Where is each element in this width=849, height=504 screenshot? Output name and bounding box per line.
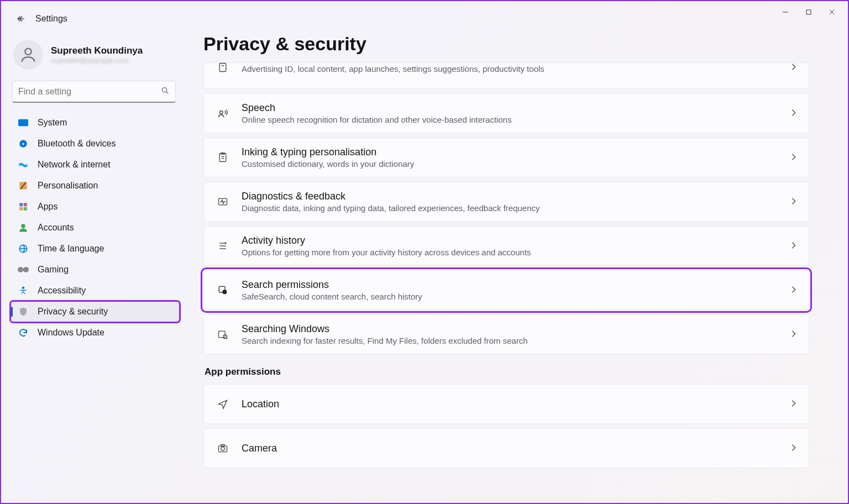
nav-icon	[18, 327, 29, 338]
card-icon	[216, 397, 229, 411]
nav-item-windows-update[interactable]: Windows Update	[11, 323, 179, 343]
svg-text:᛭: ᛭	[22, 141, 25, 147]
svg-rect-25	[219, 64, 226, 72]
card-icon	[216, 61, 229, 74]
nav-icon	[18, 222, 29, 233]
close-button[interactable]	[820, 4, 843, 20]
maximize-button[interactable]	[797, 4, 820, 20]
card-search-permissions[interactable]: Search permissionsSafeSearch, cloud cont…	[203, 270, 809, 310]
card-title: Camera	[242, 443, 791, 454]
nav-item-system[interactable]: System	[11, 113, 179, 133]
nav-item-network-internet[interactable]: Network & internet	[11, 155, 179, 175]
card-activity-history[interactable]: Activity historyOptions for getting more…	[203, 226, 809, 266]
card-subtitle: Diagnostic data, inking and typing data,…	[242, 203, 791, 213]
svg-rect-17	[24, 207, 27, 211]
profile-email: supreeth@example.com	[51, 56, 143, 65]
search-input[interactable]	[18, 87, 161, 97]
svg-rect-14	[19, 203, 23, 206]
app-title: Settings	[35, 14, 67, 24]
nav-icon	[18, 201, 29, 212]
card-subtitle: Search indexing for faster results, Find…	[242, 336, 791, 345]
chevron-right-icon	[791, 444, 796, 453]
nav-icon	[18, 306, 29, 317]
header: Settings	[1, 12, 848, 25]
nav-label: Bluetooth & devices	[38, 139, 116, 149]
svg-point-23	[22, 287, 25, 290]
card-subtitle: Customised dictionary, words in your dic…	[242, 159, 791, 169]
nav-label: Network & internet	[38, 160, 111, 170]
card-icon	[216, 107, 229, 120]
card-inking-typing-personalisation[interactable]: Inking & typing personalisationCustomise…	[203, 138, 809, 177]
card-icon	[216, 195, 229, 208]
card-title: Activity history	[242, 235, 791, 246]
search-box[interactable]	[12, 81, 176, 103]
nav-item-bluetooth-devices[interactable]: ᛭Bluetooth & devices	[11, 134, 179, 154]
nav-item-apps[interactable]: Apps	[11, 197, 179, 217]
nav-icon	[18, 264, 29, 275]
card-subtitle: Advertising ID, local content, app launc…	[242, 64, 791, 74]
section-app-permissions: App permissions	[205, 366, 809, 377]
chevron-right-icon	[791, 63, 796, 72]
avatar	[13, 40, 43, 70]
main: Privacy & security GeneralAdvertising ID…	[184, 31, 842, 503]
card-camera[interactable]: Camera	[203, 428, 809, 468]
chevron-right-icon	[791, 400, 796, 409]
nav-item-gaming[interactable]: Gaming	[11, 260, 179, 280]
chevron-right-icon	[791, 330, 796, 339]
chevron-right-icon	[791, 197, 796, 207]
nav-item-accessibility[interactable]: Accessibility	[11, 281, 179, 301]
svg-point-27	[220, 111, 223, 114]
chevron-right-icon	[791, 286, 796, 295]
card-title: Inking & typing personalisation	[242, 146, 791, 158]
chevron-right-icon	[791, 242, 796, 251]
card-searching-windows[interactable]: Searching WindowsSearch indexing for fas…	[203, 314, 809, 354]
page-title: Privacy & security	[203, 33, 809, 55]
card-icon	[216, 328, 229, 341]
minimize-button[interactable]	[774, 4, 797, 20]
card-icon	[216, 284, 229, 297]
nav-label: System	[38, 118, 67, 128]
svg-line-40	[227, 338, 228, 339]
nav-label: Gaming	[38, 265, 69, 275]
profile[interactable]: Supreeth Koundinya supreeth@example.com	[11, 34, 179, 77]
card-icon	[216, 442, 229, 455]
card-title: Diagnostics & feedback	[242, 191, 791, 202]
nav-label: Accounts	[38, 223, 74, 233]
svg-point-7	[163, 88, 167, 92]
svg-rect-38	[219, 331, 226, 338]
nav-item-time-language[interactable]: Time & language	[11, 239, 179, 259]
card-title: Searching Windows	[242, 323, 791, 335]
chevron-right-icon	[791, 109, 796, 118]
nav-item-personalisation[interactable]: Personalisation	[11, 176, 179, 196]
svg-rect-1	[806, 10, 811, 14]
svg-point-37	[223, 290, 227, 294]
card-subtitle: Online speech recognition for dictation …	[242, 115, 791, 124]
nav-icon	[18, 159, 29, 170]
card-subtitle: SafeSearch, cloud content search, search…	[242, 292, 791, 301]
nav-item-privacy-security[interactable]: Privacy & security	[11, 302, 179, 322]
card-speech[interactable]: SpeechOnline speech recognition for dict…	[203, 93, 809, 133]
svg-point-18	[21, 224, 25, 228]
nav-icon	[18, 117, 29, 128]
card-title: Speech	[242, 102, 791, 114]
nav-icon	[18, 285, 29, 296]
search-icon	[161, 86, 170, 97]
svg-point-6	[25, 49, 31, 55]
nav-label: Accessibility	[38, 286, 86, 296]
chevron-right-icon	[791, 153, 796, 162]
profile-name: Supreeth Koundinya	[51, 45, 143, 56]
back-button[interactable]	[14, 12, 28, 25]
svg-rect-15	[24, 203, 27, 206]
svg-point-42	[221, 447, 225, 451]
card-subtitle: Options for getting more from your activ…	[242, 248, 791, 257]
nav-label: Apps	[38, 202, 57, 212]
svg-line-8	[166, 92, 168, 93]
svg-rect-9	[18, 119, 28, 127]
card-general[interactable]: GeneralAdvertising ID, local content, ap…	[203, 62, 809, 89]
svg-rect-43	[221, 444, 225, 446]
nav-label: Personalisation	[38, 181, 98, 191]
card-title: Location	[242, 398, 791, 410]
card-location[interactable]: Location	[203, 384, 809, 424]
nav-item-accounts[interactable]: Accounts	[11, 218, 179, 238]
card-diagnostics-feedback[interactable]: Diagnostics & feedbackDiagnostic data, i…	[203, 182, 809, 222]
